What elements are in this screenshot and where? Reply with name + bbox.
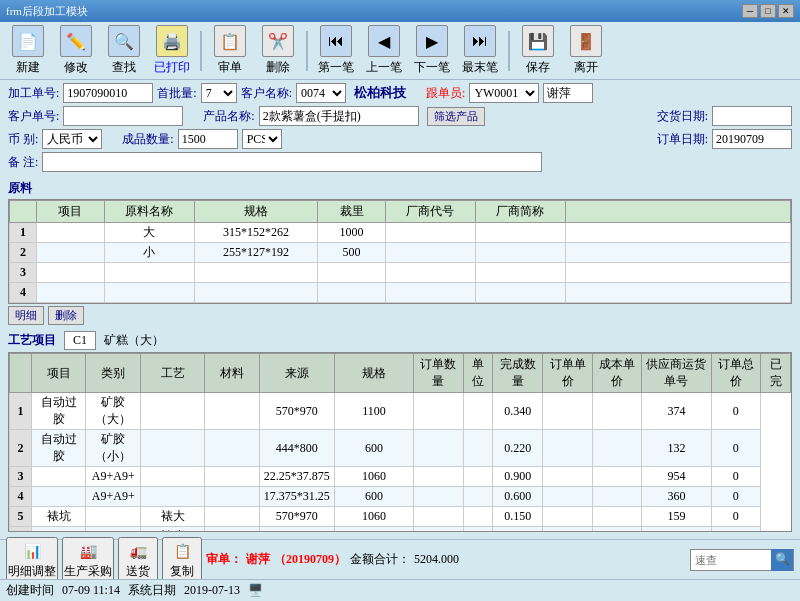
order-qty-cell[interactable]: 600 bbox=[334, 527, 413, 533]
cost-price-cell[interactable] bbox=[543, 467, 593, 487]
order-qty-cell[interactable]: 600 bbox=[334, 487, 413, 507]
vendor-name-cell[interactable] bbox=[475, 263, 565, 283]
vendor-name-cell[interactable] bbox=[475, 283, 565, 303]
unit-cell[interactable] bbox=[414, 467, 464, 487]
qty-input[interactable] bbox=[178, 129, 238, 149]
material-cell[interactable] bbox=[141, 487, 205, 507]
cost-price-cell[interactable] bbox=[543, 527, 593, 533]
craft-cell[interactable] bbox=[86, 507, 141, 527]
raw-material-row[interactable]: 1 大 315*152*262 1000 bbox=[10, 223, 791, 243]
name-cell[interactable]: 小 bbox=[104, 243, 194, 263]
spec-cell[interactable]: 570*970 bbox=[259, 393, 334, 430]
unit-cell[interactable] bbox=[414, 393, 464, 430]
vendor-no-cell[interactable] bbox=[592, 467, 642, 487]
total-cell[interactable]: 954 bbox=[642, 467, 711, 487]
vendor-name-cell[interactable] bbox=[475, 223, 565, 243]
order-qty-cell[interactable]: 600 bbox=[334, 430, 413, 467]
batch-select[interactable]: 7 bbox=[201, 83, 237, 103]
craft-cell[interactable]: A9+A9+ bbox=[86, 487, 141, 507]
item-cell[interactable] bbox=[37, 223, 105, 243]
order-qty-cell[interactable]: 1060 bbox=[334, 467, 413, 487]
close-btn[interactable]: ✕ bbox=[778, 4, 794, 18]
spec-cell[interactable]: 17.375*31.25 bbox=[259, 487, 334, 507]
vendor-no-cell[interactable] bbox=[592, 430, 642, 467]
currency-select[interactable]: 人民币 bbox=[42, 129, 102, 149]
customer-id-input[interactable] bbox=[63, 106, 183, 126]
order-price-cell[interactable]: 0.220 bbox=[493, 430, 543, 467]
new-button[interactable]: 📄 新建 bbox=[6, 25, 50, 76]
source-cell[interactable] bbox=[205, 507, 259, 527]
craft-row[interactable]: 2 自动过胶 矿胶（小） 444*800 600 0.220 132 0 bbox=[10, 430, 791, 467]
craft-cell[interactable] bbox=[86, 527, 141, 533]
craft-row[interactable]: 1 自动过胶 矿胶（大） 570*970 1100 0.340 374 0 bbox=[10, 393, 791, 430]
raw-material-row[interactable]: 2 小 255*127*192 500 bbox=[10, 243, 791, 263]
follow-select[interactable]: YW0001 bbox=[469, 83, 539, 103]
order-price-cell[interactable]: 0.150 bbox=[493, 527, 543, 533]
total-cell[interactable]: 360 bbox=[642, 487, 711, 507]
note-input[interactable] bbox=[42, 152, 542, 172]
vendor-no-cell[interactable] bbox=[385, 283, 475, 303]
order-price-cell[interactable]: 0.900 bbox=[493, 467, 543, 487]
total-cell[interactable]: 132 bbox=[642, 430, 711, 467]
order-date-input[interactable] bbox=[712, 129, 792, 149]
purchase-btn[interactable]: 🏭 生产采购 bbox=[62, 537, 114, 582]
vendor-no-cell[interactable] bbox=[592, 393, 642, 430]
vendor-no-cell[interactable] bbox=[385, 223, 475, 243]
spec-cell[interactable]: 444*800 bbox=[259, 430, 334, 467]
material-cell[interactable]: 裱小 bbox=[141, 527, 205, 533]
material-cell[interactable] bbox=[141, 467, 205, 487]
done-qty-cell[interactable] bbox=[463, 507, 493, 527]
total-cell[interactable]: 374 bbox=[642, 393, 711, 430]
vendor-no-cell[interactable] bbox=[592, 527, 642, 533]
unit-cell[interactable] bbox=[414, 507, 464, 527]
vendor-no-cell[interactable] bbox=[385, 263, 475, 283]
find-button[interactable]: 🔍 查找 bbox=[102, 25, 146, 76]
audit-button[interactable]: 📋 审单 bbox=[208, 25, 252, 76]
order-price-cell[interactable]: 0.600 bbox=[493, 487, 543, 507]
category-cell[interactable] bbox=[31, 467, 85, 487]
raw-delete-btn[interactable]: 删除 bbox=[48, 306, 84, 325]
spec-cell[interactable]: 255*127*192 bbox=[194, 243, 318, 263]
craft-cell[interactable]: 矿胶（大） bbox=[86, 393, 141, 430]
name-cell[interactable]: 大 bbox=[104, 223, 194, 243]
order-price-cell[interactable]: 0.340 bbox=[493, 393, 543, 430]
vendor-name-cell[interactable] bbox=[475, 243, 565, 263]
spec-cell[interactable]: 22.25*37.875 bbox=[259, 467, 334, 487]
unit-cell[interactable] bbox=[414, 430, 464, 467]
spec-cell[interactable]: 444*800 bbox=[259, 527, 334, 533]
deliver-btn[interactable]: 🚛 送货 bbox=[118, 537, 158, 582]
cut-cell[interactable]: 500 bbox=[318, 243, 386, 263]
material-cell[interactable] bbox=[141, 430, 205, 467]
done-qty-cell[interactable] bbox=[463, 527, 493, 533]
done-cell[interactable]: 0 bbox=[711, 393, 761, 430]
name-cell[interactable] bbox=[104, 283, 194, 303]
done-qty-cell[interactable] bbox=[463, 430, 493, 467]
done-qty-cell[interactable] bbox=[463, 467, 493, 487]
vendor-no-cell[interactable] bbox=[592, 487, 642, 507]
material-cell[interactable] bbox=[141, 393, 205, 430]
minimize-btn[interactable]: ─ bbox=[742, 4, 758, 18]
select-product-btn[interactable]: 筛选产品 bbox=[427, 107, 485, 126]
source-cell[interactable] bbox=[205, 467, 259, 487]
craft-row[interactable]: 6 裱小 444*800 600 0.150 90 0 bbox=[10, 527, 791, 533]
done-cell[interactable]: 0 bbox=[711, 527, 761, 533]
raw-detail-btn[interactable]: 明细 bbox=[8, 306, 44, 325]
raw-material-row[interactable]: 3 bbox=[10, 263, 791, 283]
vendor-no-cell[interactable] bbox=[385, 243, 475, 263]
qty-unit-select[interactable]: PCS bbox=[242, 129, 282, 149]
follow-name-input[interactable] bbox=[543, 83, 593, 103]
printed-button[interactable]: 🖨️ 已打印 bbox=[150, 25, 194, 76]
search-icon[interactable]: 🔍 bbox=[771, 549, 793, 571]
save-button[interactable]: 💾 保存 bbox=[516, 25, 560, 76]
done-cell[interactable]: 0 bbox=[711, 430, 761, 467]
category-cell[interactable]: 自动过胶 bbox=[31, 393, 85, 430]
cost-price-cell[interactable] bbox=[543, 507, 593, 527]
source-cell[interactable] bbox=[205, 487, 259, 507]
cut-cell[interactable] bbox=[318, 283, 386, 303]
detail-adjust-btn[interactable]: 📊 明细调整 bbox=[6, 537, 58, 582]
prev-button[interactable]: ◀ 上一笔 bbox=[362, 25, 406, 76]
category-cell[interactable]: 裱坑 bbox=[31, 507, 85, 527]
done-qty-cell[interactable] bbox=[463, 393, 493, 430]
craft-row[interactable]: 3 A9+A9+ 22.25*37.875 1060 0.900 954 0 bbox=[10, 467, 791, 487]
total-cell[interactable]: 90 bbox=[642, 527, 711, 533]
